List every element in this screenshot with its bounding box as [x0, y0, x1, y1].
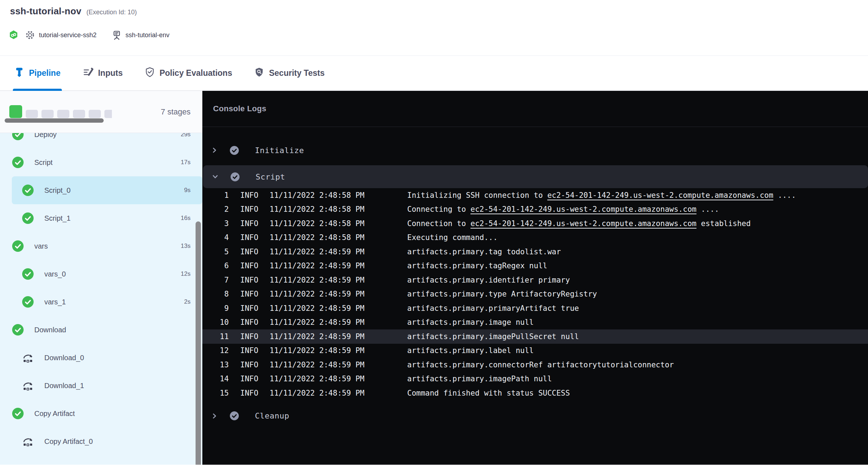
- log-level: INFO: [240, 261, 262, 270]
- minimap-segment[interactable]: [73, 110, 85, 118]
- minimap-horizontal-scrollbar[interactable]: [5, 118, 104, 123]
- stage-label: Download_1: [44, 382, 191, 390]
- policy-shield-check-icon: [145, 67, 155, 80]
- stage-row-vars[interactable]: vars 13s: [0, 232, 202, 260]
- command-step-icon: [22, 380, 34, 391]
- log-line[interactable]: 15 INFO 11/11/2022 2:48:59 PM Command fi…: [202, 386, 868, 400]
- stage-duration: 16s: [181, 215, 191, 222]
- minimap-segment[interactable]: [26, 110, 38, 118]
- log-timestamp: 11/11/2022 2:48:59 PM: [270, 304, 380, 313]
- log-message: Executing command...: [407, 233, 498, 242]
- log-line[interactable]: 10 INFO 11/11/2022 2:48:59 PM artifacts.…: [202, 315, 868, 330]
- stage-row-download-1[interactable]: Download_1: [0, 372, 202, 400]
- stage-label: Copy Artifact_0: [44, 437, 191, 446]
- stage-progress-minimap[interactable]: [9, 105, 112, 118]
- log-host-link[interactable]: ec2-54-201-142-249.us-west-2.compute.ama…: [470, 205, 696, 214]
- log-line[interactable]: 2 INFO 11/11/2022 2:48:58 PM Connecting …: [202, 202, 868, 217]
- log-host-link[interactable]: ec2-54-201-142-249.us-west-2.compute.ama…: [547, 191, 773, 200]
- stage-label: Script_0: [44, 186, 184, 195]
- log-section-script[interactable]: Script: [203, 165, 868, 188]
- chevron-down-icon[interactable]: [212, 174, 218, 180]
- tab-security-tests[interactable]: Security Tests: [254, 56, 325, 90]
- log-line[interactable]: 9 INFO 11/11/2022 2:48:59 PM artifacts.p…: [202, 301, 868, 315]
- stage-row-download[interactable]: Download: [0, 316, 202, 344]
- stage-row-deploy[interactable]: Deploy 29s: [0, 133, 202, 148]
- stage-row-script[interactable]: Script 17s: [0, 148, 202, 176]
- section-label: Script: [256, 172, 285, 181]
- log-line[interactable]: 11 INFO 11/11/2022 2:48:59 PM artifacts.…: [202, 329, 868, 344]
- log-line-number: 7: [211, 276, 229, 284]
- title-row: ssh-tutorial-nov (Execution Id: 10): [10, 6, 137, 17]
- log-line[interactable]: 1 INFO 11/11/2022 2:48:58 PM Initializin…: [202, 188, 868, 202]
- minimap-segment[interactable]: [41, 110, 54, 118]
- console-panel: Console Logs Initialize Script 1 INFO 11…: [202, 91, 868, 465]
- stage-row-copy-artifact-0[interactable]: Copy Artifact_0: [0, 427, 202, 455]
- section-label: Initialize: [255, 146, 304, 155]
- stage-label: Script: [34, 158, 181, 167]
- environment-name[interactable]: ssh-tutorial-env: [125, 31, 169, 39]
- log-line[interactable]: 12 INFO 11/11/2022 2:48:59 PM artifacts.…: [202, 344, 868, 358]
- stage-row-script-0[interactable]: Script_0 9s: [12, 176, 202, 204]
- stage-label: Download: [34, 326, 191, 334]
- success-check-icon: [22, 268, 34, 280]
- stage-row-download-0[interactable]: Download_0: [0, 344, 202, 372]
- log-level: INFO: [240, 233, 262, 242]
- log-level: INFO: [240, 361, 262, 369]
- stage-row-copy-artifact[interactable]: Copy Artifact: [0, 400, 202, 427]
- minimap-segment[interactable]: [9, 105, 22, 118]
- log-timestamp: 11/11/2022 2:48:58 PM: [270, 205, 380, 214]
- log-host-link[interactable]: ec2-54-201-142-249.us-west-2.compute.ama…: [470, 219, 696, 228]
- stage-row-vars-0[interactable]: vars_0 12s: [0, 260, 202, 288]
- log-section-cleanup[interactable]: Cleanup: [202, 408, 868, 424]
- service-gear-icon: [25, 30, 35, 40]
- log-level: INFO: [240, 375, 262, 383]
- log-timestamp: 11/11/2022 2:48:59 PM: [270, 361, 380, 369]
- stage-duration: 29s: [181, 133, 191, 138]
- log-section-initialize[interactable]: Initialize: [202, 142, 868, 158]
- log-line[interactable]: 4 INFO 11/11/2022 2:48:58 PM Executing c…: [202, 231, 868, 245]
- log-line[interactable]: 8 INFO 11/11/2022 2:48:59 PM artifacts.p…: [202, 287, 868, 302]
- tab-policy-evaluations[interactable]: Policy Evaluations: [145, 56, 232, 90]
- log-message: Connection to ec2-54-201-142-249.us-west…: [407, 219, 751, 228]
- log-message: artifacts.primary.label null: [407, 346, 534, 355]
- tab-pipeline[interactable]: Pipeline: [14, 56, 60, 90]
- page-header: ssh-tutorial-nov (Execution Id: 10) tuto…: [0, 0, 868, 55]
- stage-list-vertical-scrollbar[interactable]: [196, 221, 201, 465]
- log-timestamp: 11/11/2022 2:48:59 PM: [270, 346, 380, 355]
- log-line-number: 12: [211, 346, 229, 355]
- log-line[interactable]: 5 INFO 11/11/2022 2:48:59 PM artifacts.p…: [202, 245, 868, 259]
- stage-duration: 12s: [181, 270, 191, 278]
- log-line[interactable]: 13 INFO 11/11/2022 2:48:59 PM artifacts.…: [202, 358, 868, 372]
- log-line[interactable]: 7 INFO 11/11/2022 2:48:59 PM artifacts.p…: [202, 273, 868, 287]
- execution-meta-row: tutorial-service-ssh2 ssh-tutorial-env: [9, 30, 169, 40]
- log-level: INFO: [240, 205, 262, 214]
- log-lines-container: 1 INFO 11/11/2022 2:48:58 PM Initializin…: [202, 188, 868, 400]
- chevron-right-icon[interactable]: [212, 413, 217, 419]
- minimap-segment[interactable]: [89, 110, 101, 118]
- stage-row-vars-1[interactable]: vars_1 2s: [0, 288, 202, 316]
- minimap-segment[interactable]: [57, 110, 69, 118]
- chevron-right-icon[interactable]: [212, 147, 217, 153]
- stage-label: vars_0: [44, 270, 181, 278]
- log-level: INFO: [240, 346, 262, 355]
- tab-inputs[interactable]: Inputs: [83, 56, 123, 90]
- log-level: INFO: [240, 389, 262, 397]
- log-level: INFO: [240, 332, 262, 341]
- log-line[interactable]: 14 INFO 11/11/2022 2:48:59 PM artifacts.…: [202, 372, 868, 386]
- log-line[interactable]: 3 INFO 11/11/2022 2:48:58 PM Connection …: [202, 216, 868, 231]
- minimap-segment[interactable]: [104, 110, 112, 118]
- log-message: artifacts.primary.image null: [407, 318, 534, 327]
- stage-label: Copy Artifact: [34, 410, 191, 418]
- tab-label: Inputs: [98, 68, 123, 78]
- stage-row-script-1[interactable]: Script_1 16s: [0, 204, 202, 232]
- service-name[interactable]: tutorial-service-ssh2: [39, 31, 97, 39]
- log-message: artifacts.primary.imagePath null: [407, 375, 552, 383]
- log-message: Connecting to ec2-54-201-142-249.us-west…: [407, 205, 719, 214]
- log-timestamp: 11/11/2022 2:48:59 PM: [270, 375, 380, 383]
- log-level: INFO: [240, 290, 262, 298]
- success-check-icon: [12, 133, 24, 140]
- stage-label: vars: [34, 242, 181, 250]
- stage-duration: 2s: [184, 298, 191, 305]
- log-line-number: 1: [211, 191, 229, 200]
- log-line[interactable]: 6 INFO 11/11/2022 2:48:59 PM artifacts.p…: [202, 259, 868, 273]
